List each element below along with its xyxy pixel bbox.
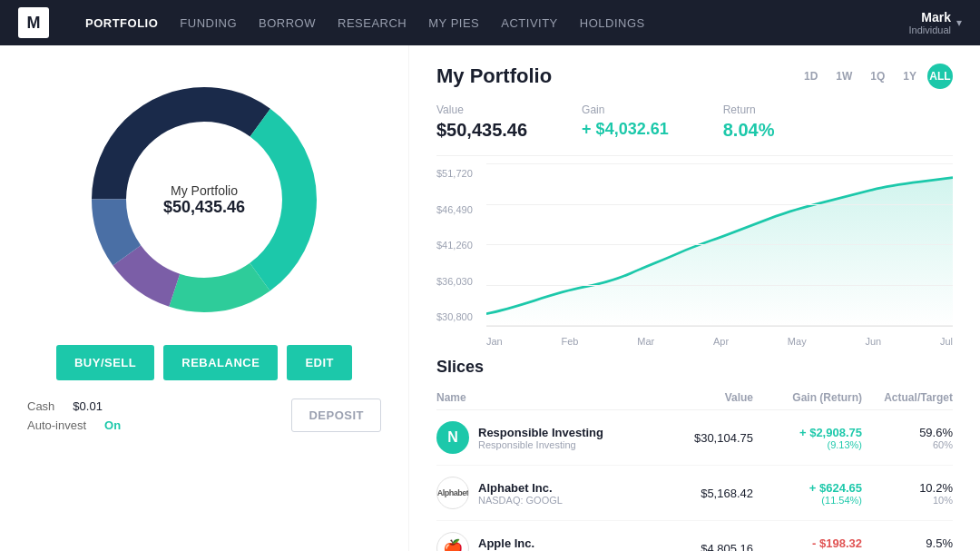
y-label-3: $36,030: [436, 276, 473, 287]
return-value: 8.04%: [723, 120, 775, 141]
time-btn-all[interactable]: ALL: [927, 64, 953, 89]
stat-return: Return 8.04%: [723, 103, 775, 141]
time-btn-1q[interactable]: 1Q: [863, 64, 892, 89]
apple-value: $4,805.16: [662, 542, 753, 552]
x-label-3: Apr: [713, 336, 729, 347]
time-btn-1w[interactable]: 1W: [828, 64, 859, 89]
nav-research[interactable]: RESEARCH: [338, 16, 407, 30]
alphabet-gain-sub: (11.54%): [753, 495, 862, 506]
alphabet-name-group: Alphabet Inc. NASDAQ: GOOGL: [478, 481, 662, 506]
auto-invest-value: On: [104, 418, 121, 432]
nav-links: PORTFOLIO FUNDING BORROW RESEARCH MY PIE…: [85, 16, 882, 30]
x-label-0: Jan: [486, 336, 503, 347]
y-label-0: $51,720: [436, 168, 473, 179]
alphabet-icon: Alphabet: [436, 477, 469, 509]
responsible-actual: 59.6% 60%: [862, 426, 953, 450]
time-btn-1d[interactable]: 1D: [797, 64, 825, 89]
chart-gridlines: [486, 163, 953, 326]
nav-portfolio[interactable]: PORTFOLIO: [85, 16, 158, 30]
slice-row-apple[interactable]: 🍎 Apple Inc. NASDAQ: AAPL $4,805.16 - $1…: [436, 521, 953, 551]
nav-my-pies[interactable]: MY PIES: [428, 16, 479, 30]
main-content: My Portfolio $50,435.46 BUY/SELL REBALAN…: [0, 45, 980, 551]
x-label-2: Mar: [637, 336, 654, 347]
chart-container: $51,720 $46,490 $41,260 $36,030 $30,800: [436, 163, 953, 327]
alphabet-actual-sub: 10%: [862, 495, 953, 506]
gridline-1: [486, 163, 953, 164]
cash-label: Cash: [27, 399, 54, 413]
cash-value: $0.01: [73, 399, 103, 413]
y-label-2: $41,260: [436, 240, 473, 251]
nav-holdings[interactable]: HOLDINGS: [580, 16, 645, 30]
responsible-icon: N: [436, 421, 469, 454]
alphabet-actual-main: 10.2%: [862, 481, 953, 495]
apple-icon: 🍎: [436, 532, 469, 551]
gridline-3: [486, 244, 953, 245]
y-label-1: $46,490: [436, 204, 473, 215]
nav-funding[interactable]: FUNDING: [180, 16, 237, 30]
user-menu[interactable]: Mark Individual ▾: [909, 10, 962, 35]
alphabet-actual: 10.2% 10%: [862, 481, 953, 506]
gridline-2: [486, 204, 953, 205]
alphabet-gain: + $624.65 (11.54%): [753, 481, 862, 506]
donut-value: $50,435.46: [163, 198, 245, 217]
y-label-4: $30,800: [436, 311, 473, 322]
responsible-sub: Responsible Investing: [478, 439, 662, 450]
logo[interactable]: M: [18, 7, 49, 38]
chart-x-labels: Jan Feb Mar Apr May Jun Jul: [486, 336, 953, 347]
responsible-gain: + $2,908.75 (9.13%): [753, 426, 862, 450]
slice-row-responsible[interactable]: N Responsible Investing Responsible Inve…: [436, 410, 953, 466]
chart-area: [486, 163, 953, 327]
portfolio-value: $50,435.46: [436, 120, 527, 141]
x-label-1: Feb: [562, 336, 579, 347]
responsible-actual-sub: 60%: [862, 439, 953, 450]
time-buttons: 1D 1W 1Q 1Y ALL: [797, 64, 953, 89]
cash-row: Cash $0.01: [27, 399, 121, 413]
header-name: Name: [436, 391, 662, 404]
responsible-name-group: Responsible Investing Responsible Invest…: [478, 426, 662, 450]
user-type: Individual: [909, 25, 951, 35]
header-gain: Gain (Return): [753, 391, 862, 404]
apple-actual-main: 9.5%: [862, 536, 953, 550]
deposit-button[interactable]: DEPOSIT: [291, 398, 381, 432]
donut-center: My Portfolio $50,435.46: [163, 183, 245, 217]
gridline-4: [486, 285, 953, 286]
x-label-5: Jun: [865, 336, 881, 347]
gain-value: + $4,032.61: [582, 120, 669, 139]
portfolio-info: Cash $0.01 Auto-invest On DEPOSIT: [18, 398, 390, 432]
slices-title: Slices: [436, 358, 953, 377]
portfolio-header: My Portfolio 1D 1W 1Q 1Y ALL: [436, 64, 953, 89]
nav-activity[interactable]: ACTIVITY: [501, 16, 558, 30]
rebalance-button[interactable]: REBALANCE: [163, 345, 278, 380]
navbar: M PORTFOLIO FUNDING BORROW RESEARCH MY P…: [0, 0, 980, 45]
value-label: Value: [436, 103, 527, 116]
buy-sell-button[interactable]: BUY/SELL: [56, 345, 154, 380]
slices-table-header: Name Value Gain (Return) Actual/Target: [436, 386, 953, 410]
stat-gain: Gain + $4,032.61: [582, 103, 669, 141]
apple-gain-main: - $198.32: [753, 536, 862, 550]
stats-row: Value $50,435.46 Gain + $4,032.61 Return…: [436, 103, 953, 156]
slices-section: Slices Name Value Gain (Return) Actual/T…: [436, 358, 953, 551]
donut-chart: My Portfolio $50,435.46: [77, 73, 331, 327]
action-buttons: BUY/SELL REBALANCE EDIT: [56, 345, 352, 380]
responsible-gain-main: + $2,908.75: [753, 426, 862, 439]
chevron-down-icon: ▾: [956, 16, 962, 29]
stat-value: Value $50,435.46: [436, 103, 527, 141]
alphabet-name: Alphabet Inc.: [478, 481, 662, 495]
slice-row-alphabet[interactable]: Alphabet Alphabet Inc. NASDAQ: GOOGL $5,…: [436, 466, 953, 521]
header-value: Value: [662, 391, 753, 404]
nav-borrow[interactable]: BORROW: [259, 16, 316, 30]
x-label-4: May: [788, 336, 807, 347]
apple-gain: - $198.32 (2.01%): [753, 536, 862, 552]
x-label-6: Jul: [940, 336, 953, 347]
user-name: Mark: [909, 10, 951, 25]
apple-name-group: Apple Inc. NASDAQ: AAPL: [478, 536, 662, 552]
responsible-value: $30,104.75: [662, 431, 753, 445]
return-label: Return: [723, 103, 775, 116]
time-btn-1y[interactable]: 1Y: [896, 64, 924, 89]
gridline-5: [486, 325, 953, 326]
edit-button[interactable]: EDIT: [287, 345, 352, 380]
auto-invest-row: Auto-invest On: [27, 418, 121, 432]
responsible-actual-main: 59.6%: [862, 426, 953, 439]
header-actual: Actual/Target: [862, 391, 953, 404]
alphabet-gain-main: + $624.65: [753, 481, 862, 495]
